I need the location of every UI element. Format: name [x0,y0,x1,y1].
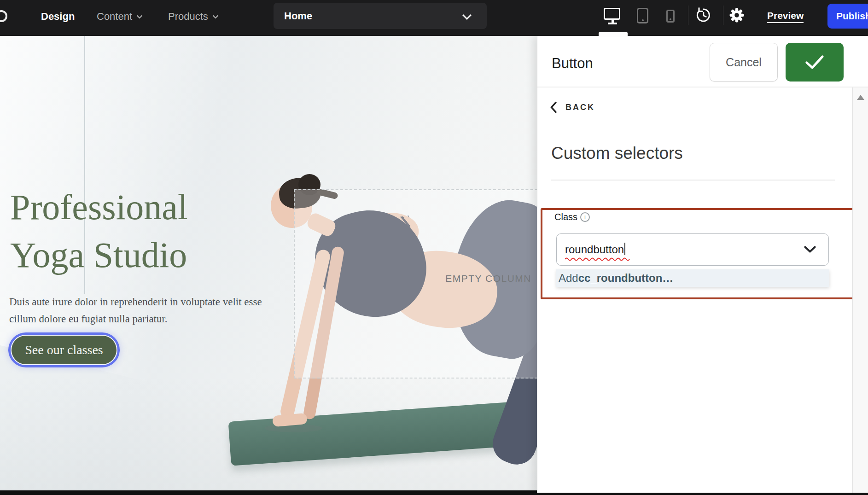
chevron-down-icon [462,14,472,20]
section-divider [551,180,835,181]
preview-link[interactable]: Preview [767,10,804,23]
toolbar-divider [688,6,688,25]
suggestion-ellipsis: … [662,272,673,285]
hand-shadow [265,424,322,432]
empty-column-dropzone[interactable]: EMPTY COLUMN [294,189,537,379]
top-toolbar: Design Content Products Home [0,0,868,36]
editor-screen: Design Content Products Home [0,0,868,495]
panel-divider [537,87,868,87]
settings-button[interactable] [729,7,745,25]
nav-content-label: Content [97,11,132,23]
suggestion-prefix: Add [559,272,578,285]
info-icon[interactable]: i [580,212,590,222]
empty-column-label: EMPTY COLUMN [445,273,531,284]
nav-design-label: Design [41,11,75,23]
device-desktop-button[interactable] [604,8,621,24]
cancel-label: Cancel [726,56,762,69]
class-suggestion-item[interactable]: Add cc_roundbutton… [556,269,829,287]
hero-heading-line1: Professional [10,183,188,231]
class-field-label: Class [554,212,577,222]
desktop-monitor-icon [604,8,620,20]
back-button[interactable]: BACK [550,100,595,114]
settings-panel: Button Cancel BACK Custom selectors Clas… [537,36,868,495]
chevron-down-icon [136,15,143,19]
page-selector-value: Home [284,10,312,22]
back-label: BACK [565,103,595,112]
class-input[interactable]: roundbutton [556,233,829,266]
spellcheck-squiggle [565,257,633,261]
toolbar-divider [723,6,723,25]
phone-icon [670,18,671,20]
checkmark-icon [804,55,825,70]
history-restore-icon [695,7,712,23]
scroll-up-arrow-icon[interactable] [857,95,864,100]
hero-paragraph-line1: Duis aute irure dolor in reprehenderit i… [9,294,262,311]
chevron-down-icon[interactable] [804,246,816,253]
logo-icon[interactable] [0,10,7,22]
tablet-icon [642,19,644,21]
section-title: Custom selectors [551,144,683,163]
device-tablet-button[interactable] [637,8,648,23]
publish-label: Publish [836,11,868,22]
chevron-left-icon [550,101,557,113]
hero-heading: Professional Yoga Studio [10,183,188,279]
nav-tab-content[interactable]: Content [97,11,143,23]
nav-tab-products[interactable]: Products [168,11,219,23]
nav-tab-design[interactable]: Design [41,11,75,23]
hero-paragraph-line2: cillum dolore eu fugiat nulla pariatur. [9,311,262,328]
suggestion-value: cc_roundbutton [578,272,663,285]
publish-button[interactable]: Publish [827,4,868,29]
nav-products-label: Products [168,11,208,23]
hero-paragraph: Duis aute irure dolor in reprehenderit i… [9,294,262,327]
chevron-down-icon [212,15,219,19]
cancel-button[interactable]: Cancel [710,43,778,82]
class-input-value: roundbutton [565,243,625,256]
hero-heading-line2: Yoga Studio [10,231,188,279]
panel-title: Button [552,55,593,72]
history-button[interactable] [695,7,712,25]
see-our-classes-button[interactable]: See our classes [12,336,117,364]
gear-icon [729,7,745,23]
confirm-button[interactable] [786,43,844,82]
cta-label: See our classes [25,343,103,357]
active-device-indicator [599,32,628,37]
bottom-edge-bar [0,490,537,495]
page-selector-dropdown[interactable]: Home [274,3,487,29]
device-phone-button[interactable] [666,10,675,23]
bottom-edge-bar [537,493,868,495]
text-caret [624,243,625,255]
site-preview-canvas: EMPTY COLUMN Professional Yoga Studio Du… [0,36,537,491]
panel-scrollbar[interactable] [852,87,868,495]
